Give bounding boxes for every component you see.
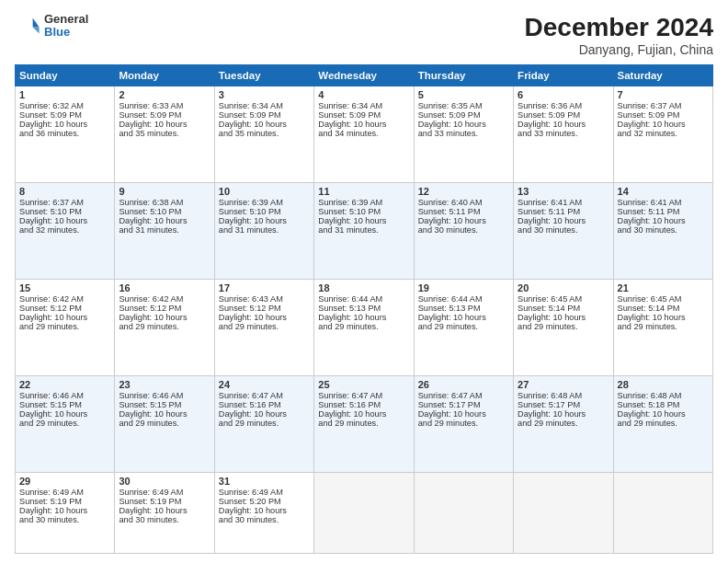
day-info-line: Daylight: 10 hours — [318, 120, 409, 129]
day-info-line: Sunrise: 6:47 AM — [418, 391, 509, 400]
calendar-week-row: 15Sunrise: 6:42 AMSunset: 5:12 PMDayligh… — [16, 280, 713, 376]
day-info-line: Daylight: 10 hours — [219, 506, 310, 515]
day-info-line: Daylight: 10 hours — [618, 313, 709, 322]
calendar-day-cell: 26Sunrise: 6:47 AMSunset: 5:17 PMDayligh… — [414, 376, 513, 473]
day-info-line: and 29 minutes. — [518, 322, 609, 331]
svg-marker-0 — [33, 18, 40, 28]
day-info-line: Sunrise: 6:45 AM — [518, 294, 609, 304]
calendar-day-cell: 14Sunrise: 6:41 AMSunset: 5:11 PMDayligh… — [613, 183, 712, 280]
calendar-day-cell: 4Sunrise: 6:34 AMSunset: 5:09 PMDaylight… — [314, 86, 414, 183]
page: General Blue December 2024 Danyang, Fuji… — [0, 0, 728, 563]
day-number: 10 — [219, 186, 310, 197]
day-info-line: Sunrise: 6:42 AM — [119, 294, 210, 304]
day-info-line: Sunrise: 6:45 AM — [618, 294, 709, 304]
day-number: 16 — [119, 282, 210, 293]
calendar-day-cell: 18Sunrise: 6:44 AMSunset: 5:13 PMDayligh… — [314, 280, 414, 376]
day-info-line: and 33 minutes. — [518, 129, 609, 138]
calendar-day-cell: 13Sunrise: 6:41 AMSunset: 5:11 PMDayligh… — [514, 183, 613, 280]
logo-blue: Blue — [44, 26, 88, 39]
day-info-line: Sunset: 5:17 PM — [418, 400, 509, 409]
day-info-line: Sunset: 5:10 PM — [219, 207, 310, 216]
day-info-line: and 29 minutes. — [19, 419, 110, 428]
day-info-line: Sunrise: 6:48 AM — [618, 391, 709, 400]
day-info-line: and 29 minutes. — [119, 419, 210, 428]
day-number: 5 — [418, 89, 509, 100]
day-number: 13 — [518, 186, 609, 197]
day-info-line: Sunrise: 6:36 AM — [518, 101, 609, 110]
day-number: 30 — [119, 476, 210, 487]
day-info-line: Daylight: 10 hours — [219, 216, 310, 225]
calendar-day-cell: 3Sunrise: 6:34 AMSunset: 5:09 PMDaylight… — [214, 86, 313, 183]
day-info-line: Daylight: 10 hours — [19, 409, 110, 419]
day-info-line: Sunrise: 6:42 AM — [19, 294, 110, 304]
calendar-day-cell — [414, 473, 513, 554]
calendar-week-row: 8Sunrise: 6:37 AMSunset: 5:10 PMDaylight… — [16, 183, 713, 280]
day-info-line: Sunrise: 6:41 AM — [618, 198, 709, 207]
day-number: 9 — [119, 186, 210, 197]
day-info-line: Daylight: 10 hours — [618, 216, 709, 225]
day-info-line: and 35 minutes. — [119, 129, 210, 138]
day-info-line: Daylight: 10 hours — [318, 216, 409, 225]
day-info-line: Sunrise: 6:40 AM — [418, 198, 509, 207]
day-info-line: and 30 minutes. — [518, 225, 609, 235]
title-block: December 2024 Danyang, Fujian, China — [525, 13, 713, 57]
day-info-line: Sunrise: 6:34 AM — [219, 101, 310, 110]
day-info-line: Sunrise: 6:49 AM — [219, 488, 310, 497]
day-info-line: Daylight: 10 hours — [418, 409, 509, 419]
day-number: 7 — [618, 89, 709, 100]
calendar-day-cell: 1Sunrise: 6:32 AMSunset: 5:09 PMDaylight… — [16, 86, 115, 183]
calendar-day-cell: 20Sunrise: 6:45 AMSunset: 5:14 PMDayligh… — [514, 280, 613, 376]
day-number: 1 — [19, 89, 110, 100]
calendar-day-cell: 30Sunrise: 6:49 AMSunset: 5:19 PMDayligh… — [115, 473, 214, 554]
calendar-day-cell — [613, 473, 712, 554]
day-number: 8 — [19, 186, 110, 197]
logo: General Blue — [15, 13, 88, 40]
calendar-day-cell: 22Sunrise: 6:46 AMSunset: 5:15 PMDayligh… — [16, 376, 115, 473]
calendar-day-cell: 17Sunrise: 6:43 AMSunset: 5:12 PMDayligh… — [214, 280, 313, 376]
day-info-line: Daylight: 10 hours — [219, 313, 310, 322]
day-number: 26 — [418, 379, 509, 390]
day-info-line: Sunrise: 6:38 AM — [119, 198, 210, 207]
day-info-line: and 30 minutes. — [618, 225, 709, 235]
day-number: 18 — [318, 282, 409, 293]
day-info-line: Sunset: 5:15 PM — [119, 400, 210, 409]
day-info-line: Daylight: 10 hours — [618, 409, 709, 419]
calendar-day-cell: 24Sunrise: 6:47 AMSunset: 5:16 PMDayligh… — [214, 376, 313, 473]
day-info-line: Sunset: 5:09 PM — [518, 110, 609, 120]
day-info-line: Sunrise: 6:46 AM — [119, 391, 210, 400]
day-number: 15 — [19, 282, 110, 293]
calendar-header-row: SundayMondayTuesdayWednesdayThursdayFrid… — [16, 65, 713, 86]
day-info-line: and 30 minutes. — [418, 225, 509, 235]
day-number: 14 — [618, 186, 709, 197]
day-number: 22 — [19, 379, 110, 390]
calendar-day-cell: 6Sunrise: 6:36 AMSunset: 5:09 PMDaylight… — [514, 86, 613, 183]
weekday-header: Tuesday — [214, 65, 313, 86]
calendar-day-cell: 25Sunrise: 6:47 AMSunset: 5:16 PMDayligh… — [314, 376, 414, 473]
day-info-line: Sunset: 5:10 PM — [318, 207, 409, 216]
day-info-line: and 29 minutes. — [219, 322, 310, 331]
day-info-line: and 31 minutes. — [119, 225, 210, 235]
day-info-line: Daylight: 10 hours — [418, 120, 509, 129]
calendar-day-cell: 19Sunrise: 6:44 AMSunset: 5:13 PMDayligh… — [414, 280, 513, 376]
calendar-day-cell: 2Sunrise: 6:33 AMSunset: 5:09 PMDaylight… — [115, 86, 214, 183]
day-info-line: Sunset: 5:13 PM — [318, 304, 409, 313]
day-info-line: and 29 minutes. — [19, 322, 110, 331]
day-info-line: Sunset: 5:18 PM — [618, 400, 709, 409]
logo-general: General — [44, 13, 88, 26]
day-info-line: Daylight: 10 hours — [119, 506, 210, 515]
day-info-line: Sunset: 5:14 PM — [518, 304, 609, 313]
title-month: December 2024 — [525, 13, 713, 42]
day-number: 31 — [219, 476, 310, 487]
day-info-line: Daylight: 10 hours — [518, 216, 609, 225]
day-info-line: Sunrise: 6:39 AM — [318, 198, 409, 207]
day-info-line: and 29 minutes. — [219, 419, 310, 428]
day-info-line: Daylight: 10 hours — [19, 506, 110, 515]
day-info-line: and 29 minutes. — [618, 419, 709, 428]
day-info-line: Daylight: 10 hours — [518, 120, 609, 129]
day-info-line: Sunset: 5:11 PM — [418, 207, 509, 216]
day-info-line: and 32 minutes. — [19, 225, 110, 235]
day-number: 29 — [19, 476, 110, 487]
calendar-week-row: 22Sunrise: 6:46 AMSunset: 5:15 PMDayligh… — [16, 376, 713, 473]
header: General Blue December 2024 Danyang, Fuji… — [15, 13, 713, 57]
weekday-header: Friday — [514, 65, 613, 86]
